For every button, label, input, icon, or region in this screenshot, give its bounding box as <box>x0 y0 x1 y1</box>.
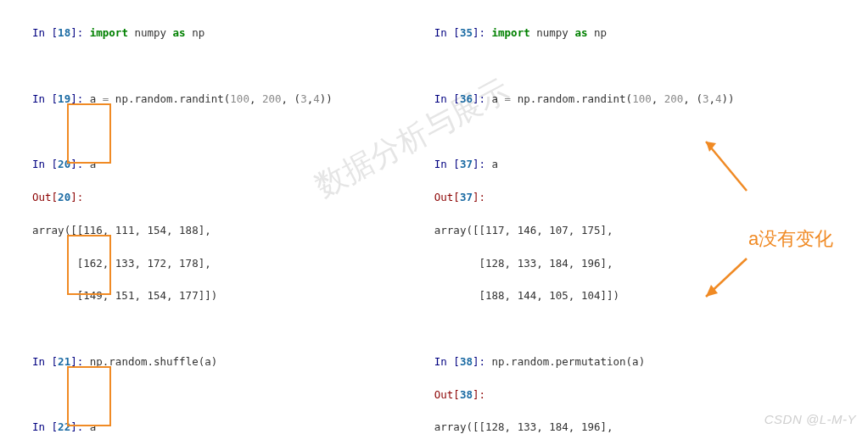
arr37-l2: [128, 133, 184, 196], <box>434 255 735 271</box>
cell-20-in: In [20]: a <box>32 156 333 172</box>
annotation-text: a没有变化 <box>748 225 833 253</box>
cell-38-out: Out[38]: <box>434 387 735 403</box>
cell-18: In [18]: import numpy as np <box>32 25 333 41</box>
cell-22-in: In [22]: a <box>32 419 333 434</box>
cell-21: In [21]: np.random.shuffle(a) <box>32 353 333 370</box>
cell-37-out: Out[37]: <box>434 189 735 205</box>
cell-35: In [35]: import numpy as np <box>434 25 735 41</box>
right-column: In [35]: import numpy as np In [36]: a =… <box>434 8 735 434</box>
cell-20-out: Out[20]: <box>32 189 333 205</box>
cell-19: In [19]: a = np.random.randint(100, 200,… <box>32 91 333 107</box>
arr38-l1: array([[128, 133, 184, 196], <box>434 419 735 434</box>
arr37-l1: array([[117, 146, 107, 175], <box>434 222 735 238</box>
csdn-watermark: CSDN @L-M-Y <box>764 409 856 429</box>
cell-36: In [36]: a = np.random.randint(100, 200,… <box>434 91 735 107</box>
arr20-l1: array([[116, 111, 154, 188], <box>32 222 333 238</box>
arr20-l3: [149, 151, 154, 177]]) <box>32 287 333 303</box>
arr37-l3: [188, 144, 105, 104]]) <box>434 287 735 303</box>
cell-38-in: In [38]: np.random.permutation(a) <box>434 353 735 370</box>
arr20-l2: [162, 133, 172, 178], <box>32 255 333 271</box>
left-column: In [18]: import numpy as np In [19]: a =… <box>32 8 333 434</box>
cell-37-in: In [37]: a <box>434 156 735 172</box>
